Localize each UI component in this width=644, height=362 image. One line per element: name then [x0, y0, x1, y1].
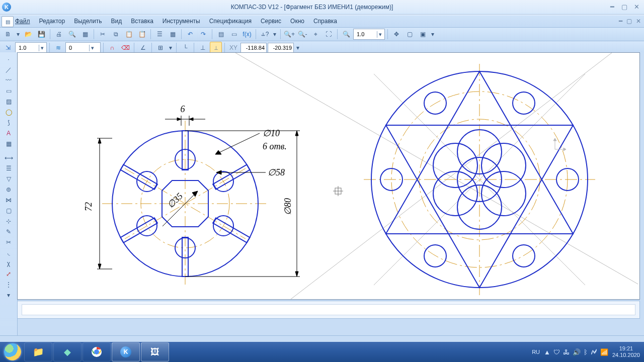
text-tool[interactable]: A — [3, 128, 15, 138]
rough-tool[interactable]: ▽ — [3, 174, 15, 184]
redo-button[interactable]: ↷ — [197, 28, 209, 40]
coord-y[interactable]: -20.319 — [268, 43, 294, 53]
mdi-restore-button[interactable]: ▢ — [626, 18, 632, 25]
table-tool[interactable]: ▦ — [3, 139, 15, 149]
svg-marker-27 — [98, 264, 101, 269]
close-button[interactable]: ✕ — [633, 4, 640, 11]
toolbar-overflow-icon[interactable]: ▾ — [430, 28, 436, 40]
trim-tool[interactable]: ✂ — [3, 237, 15, 247]
misc-tool[interactable]: ⋮ — [3, 280, 15, 290]
tray-batt-icon[interactable]: 🗲 — [591, 348, 597, 356]
param-tool[interactable]: χ — [3, 258, 15, 268]
menu-window[interactable]: Окно — [290, 18, 304, 25]
hatch-tool[interactable]: ▨ — [3, 97, 15, 107]
menu-insert[interactable]: Вставка — [131, 18, 153, 25]
coord-tool[interactable]: ⊹ — [3, 216, 15, 226]
arc-tool[interactable]: ⟆ — [3, 118, 15, 128]
new-drop-icon[interactable]: ▾ — [15, 28, 21, 40]
dimension-tool[interactable]: ⟷ — [3, 153, 15, 163]
mdi-minimize-button[interactable]: ━ — [619, 18, 622, 25]
menu-service[interactable]: Сервис — [261, 18, 281, 25]
zoom-actual-button[interactable]: 🔍 — [340, 28, 352, 40]
fillet-tool[interactable]: ◟ — [3, 248, 15, 258]
svg-marker-36 — [215, 150, 221, 154]
preview-button[interactable]: 🔍 — [66, 28, 78, 40]
mdi-close-button[interactable]: ✕ — [636, 18, 641, 25]
tray-flag-icon[interactable]: ▲ — [544, 348, 550, 356]
undo-button[interactable]: ↶ — [184, 28, 196, 40]
construct-tool[interactable]: ✎ — [3, 227, 15, 237]
menu-spec[interactable]: Спецификация — [209, 18, 252, 25]
print-button[interactable]: 🖨 — [53, 28, 65, 40]
cut-button[interactable]: ✂ — [97, 28, 109, 40]
table-button[interactable]: ▦ — [167, 28, 179, 40]
palette-overflow-icon[interactable]: ▾ — [3, 290, 15, 300]
maximize-button[interactable]: ▢ — [621, 4, 628, 11]
taskbar-kompas[interactable]: K — [112, 342, 140, 361]
view2-button[interactable]: ▣ — [417, 28, 429, 40]
help-pointer-button[interactable]: ⥿? — [259, 28, 271, 40]
fx-button[interactable]: f(x) — [241, 28, 253, 40]
main-toolbar: 🗎 ▾ 📂 💾 🖨 🔍 ▦ ✂ ⧉ 📋 📋̽ ☰ ▦ ↶ ↷ ▤ ▭ f(x) … — [0, 28, 644, 41]
open-button[interactable]: 📂 — [22, 28, 34, 40]
window-title: КОМПАС-3D V12 - [Фрагмент БЕЗ ИМЕНИ1 (де… — [15, 4, 609, 11]
properties-button[interactable]: ☰ — [153, 28, 166, 40]
menu-file[interactable]: Файл — [15, 18, 30, 25]
spec-tool[interactable]: ☰ — [3, 163, 15, 173]
pan-button[interactable]: ✥ — [390, 28, 403, 40]
tray-lang[interactable]: RU — [532, 349, 540, 355]
frame-tool[interactable]: ▢ — [3, 206, 15, 216]
taskbar-app1[interactable]: ◆ — [53, 342, 82, 361]
line-tool[interactable]: ／ — [3, 65, 15, 75]
zoom-combo[interactable]: 1.0 ▾ — [353, 29, 385, 40]
taskbar-app2[interactable]: 🖼 — [141, 342, 169, 361]
tray-net-icon[interactable]: 🖧 — [563, 348, 570, 356]
view1-button[interactable]: ▢ — [404, 28, 416, 40]
start-button[interactable] — [2, 342, 23, 362]
tray-wifi-icon[interactable]: 📶 — [600, 348, 608, 356]
measure-tool[interactable]: ⤢ — [3, 269, 15, 279]
tray-shield-icon[interactable]: 🛡 — [553, 348, 560, 356]
tray-bt-icon[interactable]: ᛒ — [584, 348, 588, 356]
grid-toggle-button[interactable]: ▤ — [215, 28, 227, 40]
taskbar-explorer[interactable]: 📁 — [24, 342, 52, 361]
doc-icon[interactable]: ▤ — [2, 16, 14, 27]
svg-point-58 — [424, 245, 446, 267]
weld-tool[interactable]: ⋈ — [3, 195, 15, 205]
menu-view[interactable]: Вид — [111, 18, 122, 25]
step-combo[interactable]: 1.0 ▾ — [15, 42, 47, 53]
step-value: 1.0 — [17, 45, 39, 51]
zoom-window-button[interactable]: ⌖ — [309, 28, 321, 40]
layer-combo[interactable]: 0 ▾ — [65, 42, 101, 53]
menu-help[interactable]: Справка — [313, 18, 337, 25]
menu-tools[interactable]: Инструменты — [163, 18, 200, 25]
save-button[interactable]: 💾 — [35, 28, 47, 40]
drawing-canvas[interactable]: 6 72 ∅10 6 отв. ∅58 ∅35 ∅80 — [17, 52, 640, 300]
circle-tool[interactable]: ◯ — [3, 107, 15, 117]
paste-button[interactable]: 📋 — [123, 28, 135, 40]
tray-date: 24.10.2020 — [612, 352, 640, 358]
polyline-tool[interactable]: 〰 — [3, 75, 15, 85]
copy-button[interactable]: ⧉ — [110, 28, 122, 40]
rect-tool[interactable]: ▭ — [3, 86, 15, 96]
print-area-button[interactable]: ▦ — [79, 28, 91, 40]
property-input-area[interactable] — [22, 304, 635, 315]
layer-button[interactable]: ▭ — [228, 28, 240, 40]
chevron-down-icon: ▾ — [377, 31, 383, 38]
point-tool[interactable]: · — [3, 54, 15, 64]
tray-vol-icon[interactable]: 🔊 — [573, 348, 581, 356]
label-tool[interactable]: ⊚ — [3, 185, 15, 195]
new-button[interactable]: 🗎 — [2, 28, 14, 40]
zoom-out-button[interactable]: 🔍- — [296, 28, 308, 40]
svg-point-59 — [513, 245, 535, 267]
menu-select[interactable]: Выделить — [74, 18, 102, 25]
dropdown-icon[interactable]: ▾ — [272, 28, 278, 40]
paste-special-button[interactable]: 📋̽ — [136, 28, 148, 40]
coord-x[interactable]: -118.84 — [240, 43, 267, 53]
zoom-fit-button[interactable]: ⛶ — [323, 28, 335, 40]
taskbar-chrome[interactable] — [83, 342, 111, 361]
menu-edit[interactable]: Редактор — [39, 18, 65, 25]
minimize-button[interactable]: ━ — [609, 4, 616, 11]
tray-clock[interactable]: 19:21 24.10.2020 — [612, 345, 640, 358]
zoom-in-button[interactable]: 🔍+ — [283, 28, 295, 40]
